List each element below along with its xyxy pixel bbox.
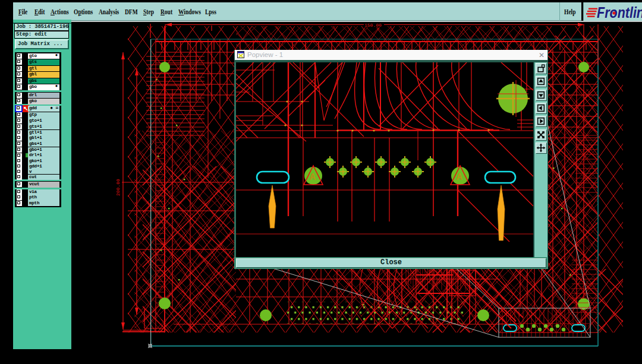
svg-text:A: A — [310, 172, 316, 183]
svg-text:150.00: 150.00 — [364, 23, 382, 28]
svg-text:200.00: 200.00 — [115, 179, 121, 196]
svg-text:A: A — [457, 172, 462, 183]
svg-text:Frontlin: Frontlin — [597, 4, 642, 21]
